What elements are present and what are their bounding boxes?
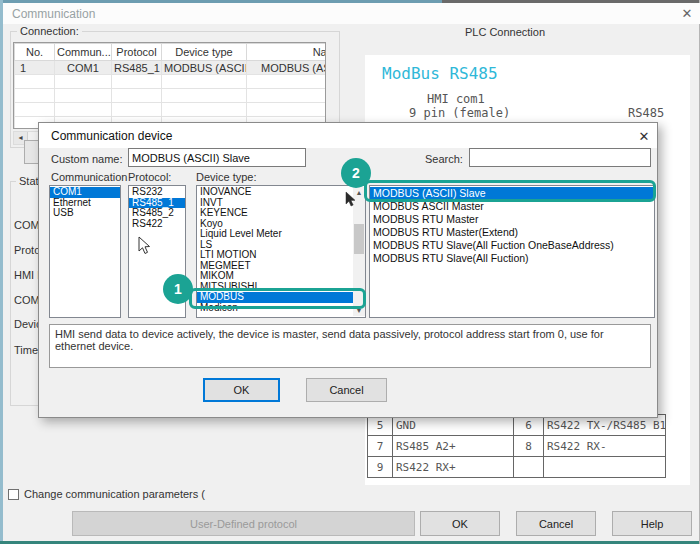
change-params-label: Change communication parameters ( (24, 488, 205, 500)
col-protocol: Protocol (112, 44, 162, 61)
plc-line1: HMI com1 (427, 92, 485, 106)
list-item[interactable]: RS422 (129, 219, 185, 230)
communication-list: COM1 Ethernet USB (49, 185, 121, 318)
list-item[interactable]: MODBUS RTU Master (370, 213, 654, 226)
list-item[interactable]: Modicon (197, 303, 365, 314)
list-item[interactable]: Liquid Level Meter (197, 229, 365, 240)
communication-window: Communication ✕ Connection: No. Commun..… (0, 0, 700, 544)
list-item[interactable]: KEYENCE (197, 208, 365, 219)
table-row[interactable] (15, 103, 327, 117)
col-no: No. (15, 44, 55, 61)
change-params-checkbox[interactable] (8, 489, 19, 500)
plc-protocol-title: ModBus RS485 (382, 64, 498, 83)
connection-group-label: Connection: (17, 25, 82, 37)
col-communication: Commun... (55, 44, 112, 61)
list-item[interactable]: MODBUS RTU Master(Extend) (370, 226, 654, 239)
annotation-step-2: 2 (341, 158, 371, 188)
dialog-ok-button[interactable]: OK (203, 378, 280, 402)
scroll-down-icon[interactable]: ▼ (353, 305, 365, 316)
cursor-dark-icon (345, 191, 357, 208)
col-device-type: Device type (162, 44, 247, 61)
pin-row: 7 RS485 A2+ 8 RS422 RX- (368, 436, 666, 457)
connection-table[interactable]: No. Commun... Protocol Device type Name … (14, 43, 326, 129)
main-window-title: Communication (12, 7, 95, 21)
pin-row: 9 RS422 RX+ (368, 457, 666, 478)
main-ok-button[interactable]: OK (420, 511, 500, 536)
dialog-title: Communication device (51, 129, 172, 143)
list-item[interactable]: USB (50, 208, 120, 219)
driver-list: MODBUS (ASCII) Slave MODBUS ASCII Master… (369, 185, 655, 318)
plc-connection-title: PLC Connection (380, 26, 630, 38)
description-text: HMI send data to device actively, the de… (50, 325, 650, 355)
custom-name-label: Custom name: (51, 153, 123, 165)
main-help-button[interactable]: Help (612, 511, 692, 536)
window-border-left (0, 0, 3, 544)
list-item[interactable]: INOVANCE (197, 187, 365, 198)
main-title-bar (3, 3, 700, 24)
description-box: HMI send data to device actively, the de… (49, 324, 651, 368)
connection-header-row: No. Commun... Protocol Device type Name (15, 44, 327, 61)
device-type-list: INOVANCE INVT KEYENCE Koyo Liquid Level … (196, 185, 366, 318)
table-row[interactable] (15, 89, 327, 103)
annotation-step-1: 1 (163, 274, 193, 304)
col-name: Name (247, 44, 327, 61)
communication-list-label: Communication (51, 171, 127, 183)
list-item[interactable]: COM1 (50, 187, 120, 198)
scrollbar-thumb[interactable] (354, 224, 364, 254)
search-input[interactable] (469, 148, 651, 167)
dialog-close-icon[interactable]: ✕ (635, 128, 653, 144)
list-item[interactable]: MODBUS ASCII Master (370, 200, 654, 213)
dialog-cancel-button[interactable]: Cancel (306, 378, 387, 402)
list-item[interactable]: RS232 (129, 187, 185, 198)
table-row[interactable]: 1 COM1 RS485_1 MODBUS (ASCII) ... MODBUS… (15, 61, 327, 75)
mouse-cursor-icon (138, 236, 152, 256)
pin-table: 5 GND 6 RS422 TX-/RS485 B1- 7 RS485 A2+ … (367, 414, 666, 478)
list-item[interactable]: RS485_2 (129, 208, 185, 219)
protocol-list-label: Protocol: (128, 171, 171, 183)
main-cancel-button[interactable]: Cancel (516, 511, 596, 536)
list-item[interactable]: MIKOM (197, 271, 365, 282)
list-item[interactable]: MODBUS RTU Slave(All Fuction OneBaseAddr… (370, 239, 654, 252)
plc-line2-right: RS485 (628, 106, 664, 120)
list-item[interactable]: MODBUS RTU Slave(All Fuction) (370, 252, 654, 265)
search-label: Search: (425, 153, 463, 165)
label-com: COM (14, 219, 40, 231)
device-type-list-label: Device type: (196, 171, 257, 183)
main-close-icon[interactable]: ✕ (678, 5, 696, 21)
connection-table-wrap: No. Commun... Protocol Device type Name … (13, 42, 326, 129)
list-item-selected-modbus[interactable]: MODBUS (197, 292, 353, 303)
plc-line2: 9 pin (female) (409, 106, 510, 120)
custom-name-input[interactable] (128, 148, 306, 167)
list-item[interactable]: LTI MOTION (197, 250, 365, 261)
table-row[interactable] (15, 75, 327, 89)
list-item-selected-driver[interactable]: MODBUS (ASCII) Slave (370, 187, 654, 200)
user-defined-protocol-button: User-Defined protocol (72, 511, 415, 536)
